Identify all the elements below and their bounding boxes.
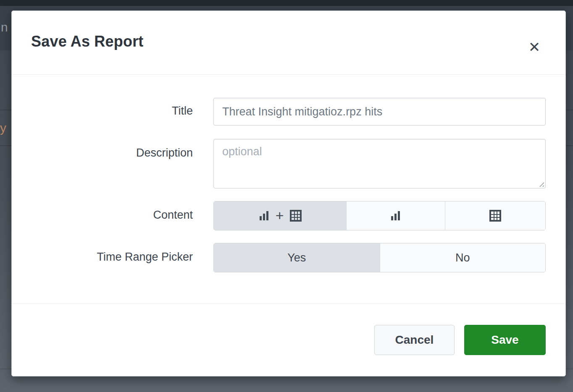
content-label: Content	[12, 209, 193, 222]
time-range-picker-option-yes[interactable]: Yes	[214, 243, 380, 272]
option-no-label: No	[455, 251, 470, 264]
bar-chart-icon	[390, 210, 401, 221]
save-button[interactable]: Save	[464, 325, 546, 355]
background-clipped-text: y	[0, 121, 6, 135]
option-yes-label: Yes	[287, 251, 306, 264]
content-segmented-control: +	[213, 201, 546, 230]
time-range-picker-label: Time Range Picker	[12, 251, 193, 264]
description-label: Description	[12, 146, 193, 159]
table-icon	[489, 210, 501, 222]
cancel-button-label: Cancel	[395, 333, 434, 347]
close-icon[interactable]: ✕	[523, 35, 546, 59]
time-range-picker-option-no[interactable]: No	[380, 243, 546, 272]
save-button-label: Save	[491, 333, 518, 347]
description-field-wrap	[213, 139, 546, 188]
title-label: Title	[12, 105, 193, 118]
time-range-picker-toggle: Yes No	[213, 243, 546, 272]
content-option-chart-only[interactable]	[346, 201, 444, 230]
table-icon	[290, 210, 302, 222]
title-input[interactable]	[213, 98, 546, 125]
footer-divider	[12, 303, 565, 304]
description-textarea[interactable]	[213, 139, 546, 188]
plus-icon: +	[276, 208, 284, 222]
save-as-report-dialog: Save As Report ✕ Title Description Conte…	[11, 10, 566, 376]
background-top-bar	[0, 0, 573, 6]
content-option-table-only[interactable]	[445, 201, 545, 230]
cancel-button[interactable]: Cancel	[374, 325, 455, 355]
dialog-title: Save As Report	[31, 33, 144, 50]
background-clipped-text: n	[1, 20, 8, 34]
dialog-header: Save As Report ✕	[12, 11, 565, 75]
content-option-chart-and-table[interactable]: +	[214, 201, 346, 230]
bar-chart-icon	[259, 210, 270, 221]
